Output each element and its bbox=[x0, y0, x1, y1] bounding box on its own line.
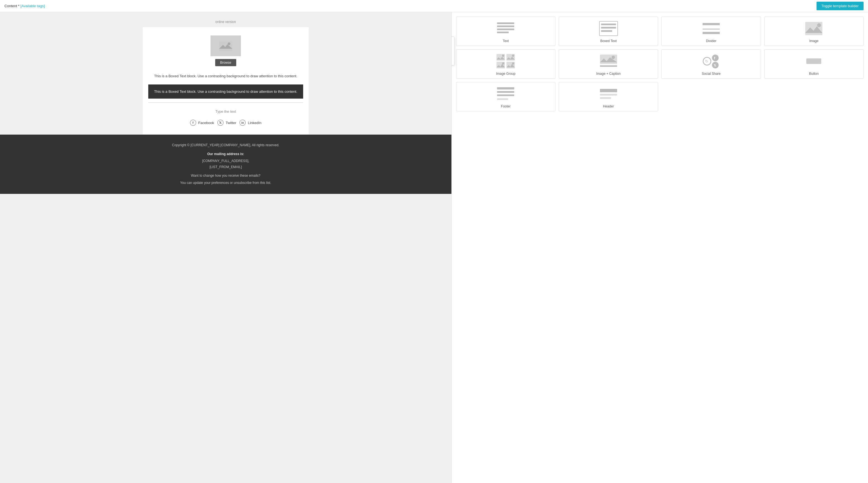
block-card-text[interactable]: Text bbox=[456, 17, 555, 46]
block-label-text: Text bbox=[459, 39, 553, 43]
block-card-divider[interactable]: Divider bbox=[661, 17, 761, 46]
block-icon-header bbox=[597, 86, 620, 102]
block-label-social-share: Social Share bbox=[664, 72, 758, 76]
plain-text-block: This is a Boxed Text block. Use a contra… bbox=[148, 70, 303, 82]
linkedin-label: LinkedIn bbox=[248, 121, 261, 125]
image-block: Browse bbox=[148, 33, 303, 70]
block-label-image-caption: Image + Caption bbox=[561, 72, 656, 76]
content-text: Content * bbox=[4, 4, 19, 8]
email-preview-panel: online version Browse This is a Boxed Te… bbox=[0, 12, 452, 483]
svg-rect-0 bbox=[219, 41, 232, 51]
block-icon-social-share: ↻ f 𝕏 bbox=[700, 53, 722, 69]
svg-rect-49 bbox=[600, 94, 617, 95]
boxed-text-content: This is a Boxed Text block. Use a contra… bbox=[154, 89, 297, 94]
block-label-divider: Divider bbox=[664, 39, 758, 43]
svg-rect-10 bbox=[497, 32, 509, 33]
block-card-button[interactable]: Button bbox=[764, 49, 864, 79]
block-label-button: Button bbox=[767, 72, 861, 76]
footer-unsubscribe: You can update your preferences or unsub… bbox=[8, 180, 443, 186]
block-icon-image-group bbox=[495, 53, 517, 69]
svg-rect-36 bbox=[600, 65, 617, 67]
block-icon-image-caption bbox=[597, 53, 620, 69]
image-placeholder bbox=[211, 35, 241, 56]
svg-rect-47 bbox=[497, 98, 508, 100]
block-card-image[interactable]: Image bbox=[764, 17, 864, 46]
block-icon-image bbox=[803, 20, 825, 37]
svg-rect-44 bbox=[497, 87, 514, 89]
svg-rect-9 bbox=[497, 29, 514, 30]
block-icon-divider bbox=[700, 20, 722, 37]
block-label-boxed-text: Boxed Text bbox=[561, 39, 656, 43]
svg-point-26 bbox=[512, 55, 514, 57]
facebook-icon[interactable]: f bbox=[190, 120, 196, 126]
image-placeholder-icon bbox=[219, 41, 232, 51]
svg-point-29 bbox=[502, 62, 504, 64]
top-bar: Content * [Available tags] Toggle templa… bbox=[0, 0, 868, 12]
svg-rect-15 bbox=[703, 23, 720, 25]
boxed-text-block: This is a Boxed Text block. Use a contra… bbox=[148, 84, 303, 99]
block-icon-boxed-text bbox=[597, 20, 620, 37]
email-body: Browse This is a Boxed Text block. Use a… bbox=[143, 27, 309, 135]
svg-rect-48 bbox=[600, 89, 617, 92]
block-card-image-caption[interactable]: Image + Caption bbox=[559, 49, 658, 79]
twitter-label: Twitter bbox=[226, 121, 236, 125]
type-text-label: Type the text bbox=[215, 109, 236, 114]
footer-mailing-label: Our mailing address is: bbox=[8, 151, 443, 157]
twitter-icon[interactable]: 𝕏 bbox=[217, 120, 223, 126]
svg-rect-8 bbox=[497, 26, 514, 27]
svg-rect-13 bbox=[601, 27, 616, 29]
svg-rect-46 bbox=[497, 94, 514, 96]
social-share-block: f Facebook 𝕏 Twitter in LinkedIn bbox=[148, 116, 303, 129]
online-version-bar: online version bbox=[0, 12, 452, 27]
block-card-header[interactable]: Header bbox=[559, 82, 658, 111]
svg-rect-50 bbox=[600, 97, 611, 99]
block-label-header: Header bbox=[561, 105, 656, 108]
svg-text:f: f bbox=[714, 56, 715, 60]
main-layout: online version Browse This is a Boxed Te… bbox=[0, 12, 868, 483]
content-label: Content * [Available tags] bbox=[4, 4, 45, 8]
type-text-placeholder[interactable]: Type the text bbox=[148, 107, 303, 116]
footer-copyright: Copyright © [CURRENT_YEAR] [COMPANY_NAME… bbox=[8, 142, 443, 148]
footer-change-preferences: Want to change how you receive these ema… bbox=[8, 173, 443, 179]
block-card-social-share[interactable]: ↻ f 𝕏 Social Share bbox=[661, 49, 761, 79]
svg-rect-7 bbox=[497, 23, 514, 24]
svg-text:𝕏: 𝕏 bbox=[714, 64, 716, 67]
footer-address: [COMPANY_FULL_ADDRESS],[LIST_FROM_EMAIL] bbox=[8, 158, 443, 170]
block-card-footer[interactable]: Footer bbox=[456, 82, 555, 111]
block-label-image: Image bbox=[767, 39, 861, 43]
block-icon-footer bbox=[495, 86, 517, 102]
block-grid: Text Boxed Text bbox=[456, 17, 864, 111]
browse-button[interactable]: Browse bbox=[215, 59, 236, 66]
block-card-boxed-text[interactable]: Boxed Text bbox=[559, 17, 658, 46]
svg-point-39 bbox=[712, 55, 719, 61]
divider bbox=[148, 103, 303, 103]
svg-rect-14 bbox=[601, 30, 612, 32]
svg-rect-45 bbox=[497, 91, 514, 93]
svg-point-32 bbox=[512, 62, 514, 64]
block-card-image-group[interactable]: Image Group bbox=[456, 49, 555, 79]
linkedin-icon[interactable]: in bbox=[240, 120, 246, 126]
svg-point-35 bbox=[612, 56, 615, 59]
svg-rect-43 bbox=[806, 58, 821, 64]
svg-rect-12 bbox=[601, 24, 616, 25]
plain-text-content: This is a Boxed Text block. Use a contra… bbox=[154, 74, 297, 78]
svg-point-2 bbox=[228, 42, 230, 45]
svg-point-20 bbox=[817, 23, 821, 27]
online-version-text: online version bbox=[215, 20, 236, 24]
svg-point-23 bbox=[502, 55, 504, 57]
svg-text:↻: ↻ bbox=[705, 59, 708, 63]
block-icon-button bbox=[803, 53, 825, 69]
block-label-image-group: Image Group bbox=[459, 72, 553, 76]
block-label-footer: Footer bbox=[459, 105, 553, 108]
toggle-template-builder-button[interactable]: Toggle template builder bbox=[816, 2, 864, 10]
facebook-label: Facebook bbox=[198, 121, 214, 125]
svg-rect-17 bbox=[703, 32, 720, 34]
template-builder-panel: Boxed Text Text bbox=[452, 12, 868, 483]
floating-block-card[interactable]: Boxed Text bbox=[452, 36, 455, 65]
available-tags-link[interactable]: [Available tags] bbox=[21, 4, 45, 8]
block-icon-text bbox=[495, 20, 517, 37]
email-footer: Copyright © [CURRENT_YEAR] [COMPANY_NAME… bbox=[0, 135, 452, 194]
